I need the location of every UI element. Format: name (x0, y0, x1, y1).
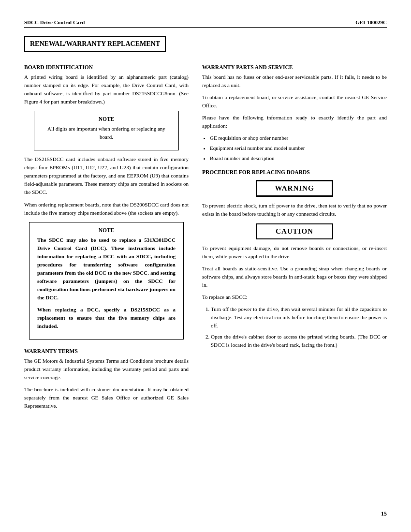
warranty-parts-section: WARRANTY PARTS AND SERVICE This board ha… (202, 64, 387, 163)
warranty-parts-para3: Please have the following information re… (202, 114, 387, 130)
note1-title: NOTE (42, 116, 171, 122)
warranty-terms-para1: The GE Motors & Industrial Systems Terms… (24, 357, 189, 382)
note2-title: NOTE (37, 227, 176, 233)
note2-text1: The SDCC may also be used to replace a 5… (37, 236, 176, 302)
procedure-section: PROCEDURE FOR REPLACING BOARDS WARNING T… (202, 169, 387, 349)
warranty-bullets: GE requisition or shop order number Equi… (210, 134, 387, 163)
two-column-layout: BOARD IDENTIFICATION A printed wiring bo… (24, 64, 387, 414)
board-id-title: BOARD IDENTIFICATION (24, 64, 189, 70)
warning-text: To prevent electric shock, turn off powe… (202, 202, 387, 218)
warranty-terms-section: WARRANTY TERMS The GE Motors & Industria… (24, 348, 189, 410)
board-id-para3: When ordering replacement boards, note t… (24, 201, 189, 217)
main-title: RENEWAL/WARRANTY REPLACEMENT (24, 36, 166, 52)
bullet-3: Board number and description (210, 154, 387, 163)
replace-steps: Turn off the power to the drive, then wa… (211, 305, 387, 349)
caution-text1: To prevent equipment damage, do not remo… (202, 244, 387, 261)
header-left: SDCC Drive Control Card (24, 19, 85, 25)
caution-container: CAUTION (202, 223, 387, 239)
page: SDCC Drive Control Card GEI-100029C RENE… (0, 0, 411, 532)
warranty-terms-title: WARRANTY TERMS (24, 348, 189, 354)
procedure-title: PROCEDURE FOR REPLACING BOARDS (202, 169, 387, 175)
step-2: Open the drive's cabinet door to access … (211, 333, 387, 349)
left-column: BOARD IDENTIFICATION A printed wiring bo… (24, 64, 189, 414)
step-1: Turn off the power to the drive, then wa… (211, 305, 387, 330)
right-column: WARRANTY PARTS AND SERVICE This board ha… (202, 64, 387, 414)
bullet-1: GE requisition or shop order number (210, 134, 387, 142)
warning-box: WARNING (256, 180, 333, 197)
page-header: SDCC Drive Control Card GEI-100029C (24, 19, 387, 28)
header-right: GEI-100029C (355, 19, 387, 25)
note2-text2: When replacing a DCC, specify a DS215SDC… (37, 306, 176, 330)
warranty-parts-para2: To obtain a replacement board, or servic… (202, 93, 387, 110)
main-title-wrapper: RENEWAL/WARRANTY REPLACEMENT (24, 36, 387, 58)
warning-container: WARNING (202, 180, 387, 197)
warranty-parts-para1: This board has no fuses or other end-use… (202, 73, 387, 89)
caution-box: CAUTION (256, 223, 333, 239)
replace-intro: To replace an SDCC: (202, 293, 387, 301)
warranty-parts-title: WARRANTY PARTS AND SERVICE (202, 64, 387, 70)
board-id-para1: A printed wiring board is identified by … (24, 73, 189, 106)
warranty-terms-para2: The brochure is included with customer d… (24, 385, 189, 410)
caution-label: CAUTION (276, 227, 313, 235)
page-number: 15 (381, 510, 387, 517)
note1-text: All digits are important when ordering o… (42, 125, 171, 141)
caution-text2: Treat all boards as static-sensitive. Us… (202, 265, 387, 289)
note-box-1: NOTE All digits are important when order… (34, 111, 179, 150)
warning-label: WARNING (275, 184, 314, 192)
note-box-2: NOTE The SDCC may also be used to replac… (29, 222, 184, 340)
bullet-2: Equipment serial number and model number (210, 144, 387, 152)
board-id-para2: The DS215SDCC card includes onboard soft… (24, 155, 189, 196)
board-identification-section: BOARD IDENTIFICATION A printed wiring bo… (24, 64, 189, 340)
